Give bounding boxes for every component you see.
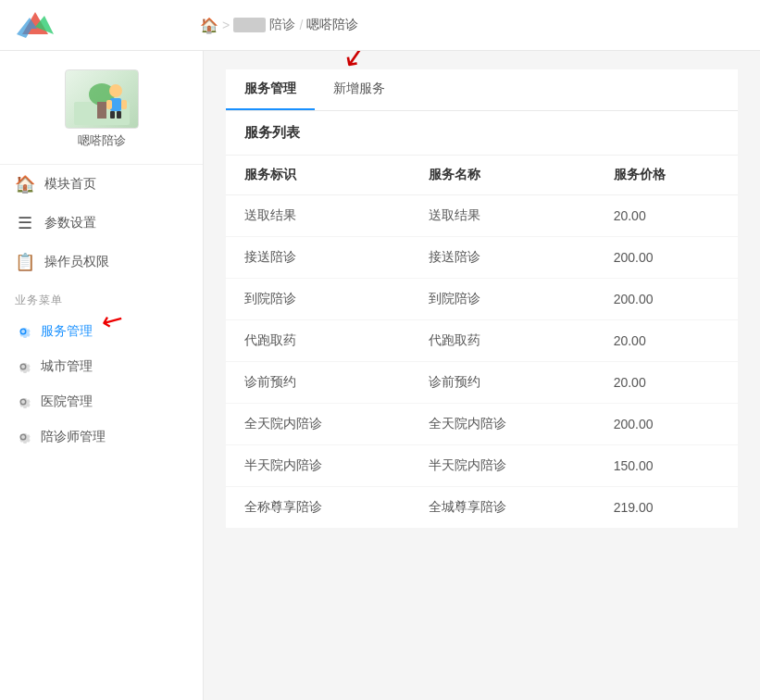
sidebar-item-param-settings[interactable]: ☰ 参数设置 <box>0 204 203 243</box>
logo-icon <box>15 8 56 42</box>
breadcrumb-blurred <box>233 18 266 32</box>
gear-icon-escort <box>15 429 31 445</box>
home-icon[interactable]: 🏠 <box>200 17 218 34</box>
cell-name: 接送陪诊 <box>410 237 594 279</box>
cell-id: 半天院内陪诊 <box>226 445 410 487</box>
sidebar-item-module-home[interactable]: 🏠 模块首页 <box>0 165 203 204</box>
cell-price: 200.00 <box>595 279 738 320</box>
sidebar-item-service-mgmt-label: 服务管理 <box>41 323 93 340</box>
business-section-title: 业务菜单 <box>0 281 203 314</box>
main-content: 服务管理 新增服务 ↙ 服务列表 服务标识 服务名称 服务价格 <box>204 51 760 700</box>
avatar-image <box>69 74 134 125</box>
cell-name: 到院陪诊 <box>410 279 594 320</box>
logo-area <box>15 8 200 42</box>
cell-id: 接送陪诊 <box>226 237 410 279</box>
cell-name: 全天院内陪诊 <box>410 404 594 445</box>
gear-icon-city <box>15 358 31 375</box>
svg-rect-9 <box>121 100 127 109</box>
sidebar-profile-name: 嗯嗒陪诊 <box>78 132 126 149</box>
sidebar-item-operator-perms[interactable]: 📋 操作员权限 <box>0 243 203 281</box>
sidebar-item-service-mgmt[interactable]: 服务管理 <box>0 314 203 349</box>
cell-name: 全城尊享陪诊 <box>410 487 594 529</box>
avatar <box>65 69 139 129</box>
sidebar-business-menu: 服务管理 城市管理 医院管理 <box>0 314 203 455</box>
sidebar-item-hospital-mgmt[interactable]: 医院管理 <box>0 384 203 419</box>
sidebar-item-param-label: 参数设置 <box>44 215 96 231</box>
sidebar-item-hospital-mgmt-label: 医院管理 <box>41 394 93 410</box>
service-table: 服务标识 服务名称 服务价格 送取结果 送取结果 20.00 接送陪诊 接送陪诊… <box>226 156 738 528</box>
cell-price: 219.00 <box>595 487 738 529</box>
col-price: 服务价格 <box>595 156 738 195</box>
home-nav-icon: 🏠 <box>15 174 35 194</box>
table-row: 送取结果 送取结果 20.00 <box>226 195 738 237</box>
table-title: 服务列表 <box>226 111 738 156</box>
cell-price: 200.00 <box>595 404 738 445</box>
tabs: 服务管理 新增服务 ↙ <box>226 69 738 111</box>
table-row: 到院陪诊 到院陪诊 200.00 <box>226 279 738 320</box>
table-row: 代跑取药 代跑取药 20.00 <box>226 320 738 362</box>
sidebar-item-city-mgmt-label: 城市管理 <box>41 358 93 375</box>
cell-id: 到院陪诊 <box>226 279 410 320</box>
breadcrumb-sep2: / <box>299 18 303 32</box>
sidebar-item-escort-mgmt[interactable]: 陪诊师管理 <box>0 419 203 455</box>
cell-id: 全称尊享陪诊 <box>226 487 410 529</box>
svg-point-6 <box>109 84 122 97</box>
svg-rect-10 <box>110 111 115 119</box>
cell-price: 200.00 <box>595 237 738 279</box>
cell-name: 诊前预约 <box>410 362 594 404</box>
layout: 嗯嗒陪诊 🏠 模块首页 ☰ 参数设置 📋 操作员权限 业务菜单 ↙ <box>0 51 760 700</box>
table-row: 诊前预约 诊前预约 20.00 <box>226 362 738 404</box>
sidebar-item-operator-label: 操作员权限 <box>44 254 109 270</box>
tab-add-service-label: 新增服务 <box>333 81 385 95</box>
table-header: 服务标识 服务名称 服务价格 <box>226 156 738 195</box>
col-id: 服务标识 <box>226 156 410 195</box>
cell-id: 送取结果 <box>226 195 410 237</box>
cell-name: 代跑取药 <box>410 320 594 362</box>
breadcrumb: 🏠 > 陪诊 / 嗯嗒陪诊 <box>200 17 358 34</box>
sidebar-item-city-mgmt[interactable]: 城市管理 <box>0 349 203 384</box>
cell-price: 20.00 <box>595 320 738 362</box>
sidebar-profile: 嗯嗒陪诊 <box>0 51 203 165</box>
breadcrumb-parent: 陪诊 <box>269 17 295 33</box>
gear-icon-service <box>15 323 31 340</box>
sidebar-item-module-home-label: 模块首页 <box>44 176 96 193</box>
gear-icon-hospital <box>15 394 31 410</box>
breadcrumb-sep1: > <box>222 18 230 32</box>
cell-name: 送取结果 <box>410 195 594 237</box>
cell-id: 代跑取药 <box>226 320 410 362</box>
tab-service-management[interactable]: 服务管理 <box>226 69 315 110</box>
table-row: 半天院内陪诊 半天院内陪诊 150.00 <box>226 445 738 487</box>
svg-rect-8 <box>106 100 112 109</box>
table-row: 接送陪诊 接送陪诊 200.00 <box>226 237 738 279</box>
svg-rect-5 <box>97 102 106 119</box>
cell-price: 20.00 <box>595 195 738 237</box>
menu-icon: ☰ <box>15 213 35 233</box>
breadcrumb-current: 嗯嗒陪诊 <box>306 17 358 33</box>
col-name: 服务名称 <box>410 156 594 195</box>
tab-add-service[interactable]: 新增服务 ↙ <box>315 69 404 110</box>
doc-icon: 📋 <box>15 252 35 272</box>
table-section: 服务列表 服务标识 服务名称 服务价格 送取结果 送取结果 20.00 接送陪诊… <box>226 111 738 528</box>
tab-service-management-label: 服务管理 <box>244 81 296 95</box>
cell-name: 半天院内陪诊 <box>410 445 594 487</box>
header: 🏠 > 陪诊 / 嗯嗒陪诊 <box>0 0 760 51</box>
sidebar: 嗯嗒陪诊 🏠 模块首页 ☰ 参数设置 📋 操作员权限 业务菜单 ↙ <box>0 51 204 700</box>
cell-price: 20.00 <box>595 362 738 404</box>
table-body: 送取结果 送取结果 20.00 接送陪诊 接送陪诊 200.00 到院陪诊 到院… <box>226 195 738 529</box>
cell-id: 全天院内陪诊 <box>226 404 410 445</box>
cell-id: 诊前预约 <box>226 362 410 404</box>
cell-price: 150.00 <box>595 445 738 487</box>
sidebar-item-escort-mgmt-label: 陪诊师管理 <box>41 429 106 445</box>
svg-rect-11 <box>117 111 121 119</box>
table-row: 全天院内陪诊 全天院内陪诊 200.00 <box>226 404 738 445</box>
sidebar-nav: 🏠 模块首页 ☰ 参数设置 📋 操作员权限 <box>0 165 203 281</box>
table-row: 全称尊享陪诊 全城尊享陪诊 219.00 <box>226 487 738 529</box>
